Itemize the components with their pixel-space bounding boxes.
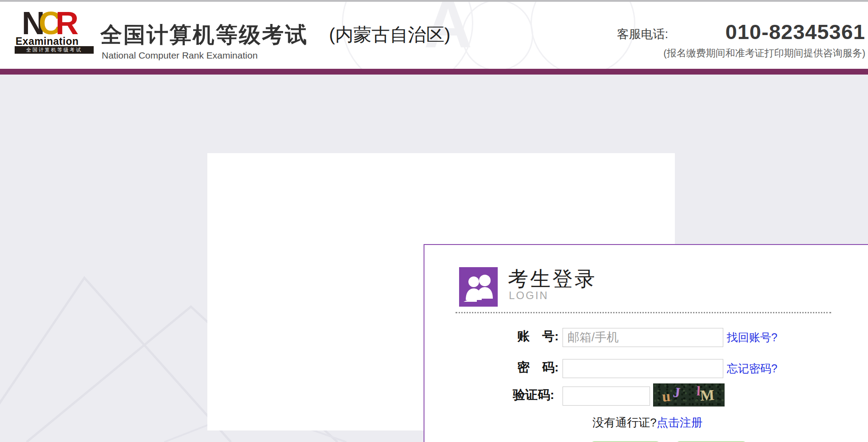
service-phone-number: 010-82345361 [725,21,865,42]
service-phone-note: (报名缴费期间和准考证打印期间提供咨询服务) [663,47,865,60]
register-row: 没有通行证?点击注册 [424,417,868,428]
dotted-separator [456,312,831,313]
login-title: 考生登录 [508,268,597,289]
page: A NCR Examination 全国计算机等级考试 全国计算机等级考试 Na… [0,0,868,442]
main-area: 考生登录 LOGIN 账 号: 找回账号? 密 码: 忘记密码? 验证码: u … [0,75,868,442]
ncre-logo: NCR Examination 全国计算机等级考试 [15,6,97,55]
login-panel: 考生登录 LOGIN 账 号: 找回账号? 密 码: 忘记密码? 验证码: u … [424,244,868,442]
logo-examination-text: Examination [16,36,79,47]
forgot-password-link[interactable]: 忘记密码? [727,363,777,374]
password-label: 密 码: [517,361,559,374]
captcha-image[interactable]: u J l M [653,383,725,406]
header: A NCR Examination 全国计算机等级考试 全国计算机等级考试 Na… [0,2,868,69]
site-title: 全国计算机等级考试 [100,24,308,46]
find-account-link[interactable]: 找回账号? [727,332,777,343]
captcha-glyph: u [662,388,671,404]
captcha-glyph: M [700,387,715,403]
ncre-logo-letters: NCR [22,7,79,39]
login-subtitle: LOGIN [509,290,549,301]
service-phone-label: 客服电话: [617,28,668,40]
site-subtitle: National Computer Rank Examination [102,51,258,60]
purple-divider-bar [0,69,868,75]
watermark-ring [462,2,533,69]
register-link[interactable]: 点击注册 [657,416,703,429]
logo-banner: 全国计算机等级考试 [15,46,94,54]
password-input[interactable] [563,359,723,378]
captcha-label: 验证码: [513,389,554,401]
region-label: (内蒙古自治区) [329,24,450,46]
users-icon [459,267,498,307]
register-prompt: 没有通行证? [592,416,656,429]
account-input[interactable] [563,328,723,347]
captcha-glyph: J [672,385,681,399]
login-card: 考生登录 LOGIN 账 号: 找回账号? 密 码: 忘记密码? 验证码: u … [207,153,675,430]
captcha-input[interactable] [563,387,650,406]
account-label: 账 号: [517,330,559,343]
